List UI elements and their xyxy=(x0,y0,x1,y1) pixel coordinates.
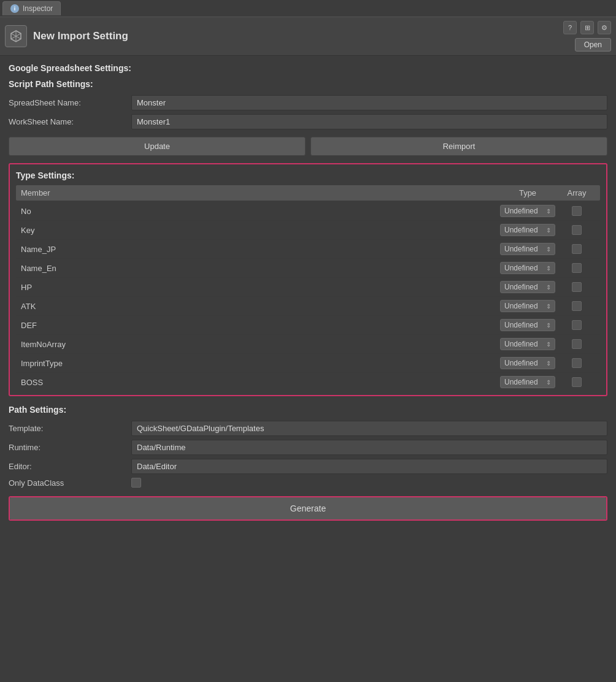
header-actions: ? ⊞ ⚙ Open xyxy=(563,21,611,52)
spreadsheet-name-label: SpreadSheet Name: xyxy=(9,98,131,107)
row-array-1 xyxy=(558,225,595,235)
type-select-0[interactable]: Undefined ⇕ xyxy=(500,205,555,217)
row-array-6 xyxy=(558,320,595,330)
type-select-6[interactable]: Undefined ⇕ xyxy=(500,319,555,331)
worksheet-name-input[interactable] xyxy=(131,114,607,129)
table-row: ATK Undefined ⇕ xyxy=(16,297,600,316)
array-checkbox-8[interactable] xyxy=(572,358,582,368)
table-row: Name_JP Undefined ⇕ xyxy=(16,240,600,259)
table-row: ItemNoArray Undefined ⇕ xyxy=(16,335,600,354)
row-member-3: Name_En xyxy=(21,264,497,273)
worksheet-name-row: WorkSheet Name: xyxy=(9,114,607,129)
spreadsheet-name-row: SpreadSheet Name: xyxy=(9,95,607,110)
array-checkbox-4[interactable] xyxy=(572,282,582,292)
row-type-5: Undefined ⇕ xyxy=(497,300,558,312)
array-checkbox-5[interactable] xyxy=(572,301,582,311)
row-member-7: ItemNoArray xyxy=(21,340,497,349)
spreadsheet-name-input[interactable] xyxy=(131,95,607,110)
type-table-header: Member Type Array xyxy=(16,185,600,201)
row-member-8: ImprintType xyxy=(21,359,497,368)
type-select-arrow-2: ⇕ xyxy=(546,246,551,253)
inspector-tab[interactable]: i Inspector xyxy=(2,1,61,15)
only-dataclass-label: Only DataClass xyxy=(9,478,131,488)
type-select-arrow-9: ⇕ xyxy=(546,379,551,386)
grid-button[interactable]: ⊞ xyxy=(580,21,594,34)
script-path-section-title: Script Path Settings: xyxy=(9,79,607,89)
type-select-2[interactable]: Undefined ⇕ xyxy=(500,243,555,255)
template-label: Template: xyxy=(9,424,131,433)
asset-icon xyxy=(5,25,27,47)
type-select-1[interactable]: Undefined ⇕ xyxy=(500,224,555,236)
action-buttons: Update Reimport xyxy=(9,137,607,156)
runtime-label: Runtime: xyxy=(9,443,131,452)
panel-header: New Import Setting ? ⊞ ⚙ Open xyxy=(0,17,616,56)
type-select-3[interactable]: Undefined ⇕ xyxy=(500,262,555,274)
update-button[interactable]: Update xyxy=(9,137,306,156)
row-type-9: Undefined ⇕ xyxy=(497,376,558,388)
header-icons: ? ⊞ ⚙ xyxy=(563,21,611,34)
tab-bar: i Inspector xyxy=(0,0,616,17)
runtime-input[interactable] xyxy=(131,440,607,455)
array-checkbox-9[interactable] xyxy=(572,377,582,387)
row-member-5: ATK xyxy=(21,302,497,311)
template-row: Template: xyxy=(9,421,607,436)
table-row: HP Undefined ⇕ xyxy=(16,278,600,297)
type-select-arrow-4: ⇕ xyxy=(546,284,551,291)
reimport-button[interactable]: Reimport xyxy=(310,137,607,156)
type-select-arrow-7: ⇕ xyxy=(546,341,551,348)
gear-button[interactable]: ⚙ xyxy=(598,21,611,34)
row-type-8: Undefined ⇕ xyxy=(497,357,558,369)
row-member-0: No xyxy=(21,207,497,216)
row-array-4 xyxy=(558,282,595,292)
row-type-1: Undefined ⇕ xyxy=(497,224,558,236)
table-row: No Undefined ⇕ xyxy=(16,202,600,221)
col-header-array: Array xyxy=(558,188,595,197)
type-select-4[interactable]: Undefined ⇕ xyxy=(500,281,555,293)
only-dataclass-row: Only DataClass xyxy=(9,478,607,488)
array-checkbox-6[interactable] xyxy=(572,320,582,330)
open-button[interactable]: Open xyxy=(575,38,611,52)
row-member-2: Name_JP xyxy=(21,245,497,254)
table-row: Key Undefined ⇕ xyxy=(16,221,600,240)
array-checkbox-1[interactable] xyxy=(572,225,582,235)
row-array-8 xyxy=(558,358,595,368)
type-settings-section: Type Settings: Member Type Array No Unde… xyxy=(9,163,607,396)
template-input[interactable] xyxy=(131,421,607,436)
table-row: ImprintType Undefined ⇕ xyxy=(16,354,600,373)
editor-row: Editor: xyxy=(9,459,607,474)
row-type-2: Undefined ⇕ xyxy=(497,243,558,255)
row-member-6: DEF xyxy=(21,321,497,330)
col-header-member: Member xyxy=(21,188,497,197)
col-header-type: Type xyxy=(497,188,558,197)
type-table-body: No Undefined ⇕ Key Undefined ⇕ xyxy=(16,202,600,391)
row-array-7 xyxy=(558,339,595,349)
type-select-arrow-5: ⇕ xyxy=(546,303,551,310)
type-select-arrow-0: ⇕ xyxy=(546,208,551,215)
row-type-7: Undefined ⇕ xyxy=(497,338,558,350)
row-type-0: Undefined ⇕ xyxy=(497,205,558,217)
type-select-5[interactable]: Undefined ⇕ xyxy=(500,300,555,312)
help-button[interactable]: ? xyxy=(563,21,577,34)
editor-input[interactable] xyxy=(131,459,607,474)
type-select-8[interactable]: Undefined ⇕ xyxy=(500,357,555,369)
row-array-2 xyxy=(558,244,595,254)
editor-label: Editor: xyxy=(9,462,131,471)
array-checkbox-3[interactable] xyxy=(572,263,582,273)
type-select-7[interactable]: Undefined ⇕ xyxy=(500,338,555,350)
array-checkbox-7[interactable] xyxy=(572,339,582,349)
asset-title: New Import Setting xyxy=(33,30,563,42)
type-select-9[interactable]: Undefined ⇕ xyxy=(500,376,555,388)
runtime-row: Runtime: xyxy=(9,440,607,455)
generate-section: Generate xyxy=(9,496,607,521)
row-array-3 xyxy=(558,263,595,273)
path-settings-title: Path Settings: xyxy=(9,405,607,415)
type-select-arrow-8: ⇕ xyxy=(546,360,551,367)
inspector-tab-icon: i xyxy=(10,4,19,13)
array-checkbox-0[interactable] xyxy=(572,206,582,216)
generate-button[interactable]: Generate xyxy=(10,497,606,519)
main-content: Google Spreadsheet Settings: Script Path… xyxy=(0,56,616,528)
array-checkbox-2[interactable] xyxy=(572,244,582,254)
row-array-0 xyxy=(558,206,595,216)
only-dataclass-checkbox[interactable] xyxy=(131,478,141,488)
row-member-4: HP xyxy=(21,283,497,292)
